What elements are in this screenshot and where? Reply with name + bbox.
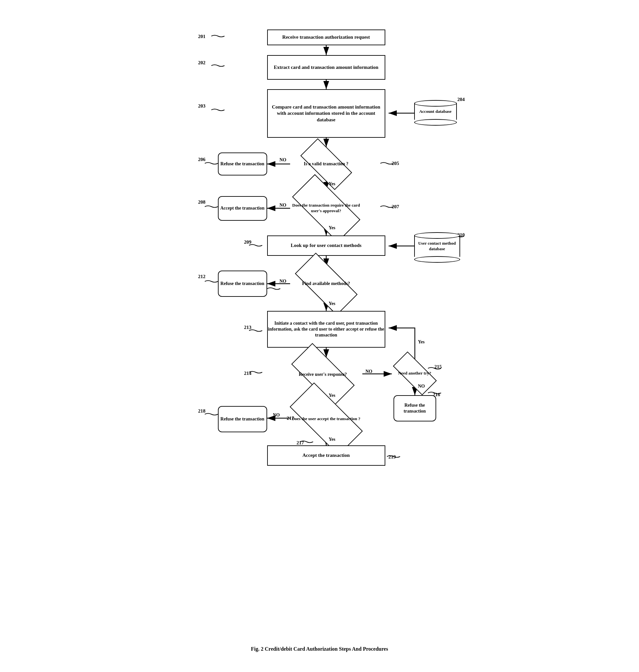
box-206: Refuse the transaction bbox=[218, 153, 267, 175]
yes-label-218: Yes bbox=[329, 437, 336, 442]
no-label-207: NO bbox=[280, 203, 286, 208]
yes-label-214: Yes bbox=[329, 393, 336, 398]
label-204: 204 bbox=[457, 97, 465, 102]
box-218: Refuse the transaction bbox=[218, 406, 267, 432]
diamond-214: Receive user's response? bbox=[280, 357, 365, 392]
figure-caption: Fig. 2 Credit/debit Card Authorization S… bbox=[178, 646, 461, 652]
label-205: 205 bbox=[392, 161, 400, 166]
no-label-218: NO bbox=[273, 413, 280, 418]
cyl-top-204 bbox=[414, 100, 457, 107]
diamond-207: Does the transaction require the card us… bbox=[280, 190, 372, 226]
diagram-container: 201 Receive transaction authorization re… bbox=[172, 6, 467, 672]
box-219: Accept the transaction bbox=[267, 445, 385, 466]
no-label-215: NO bbox=[418, 384, 425, 389]
diamond-205: Is a valid transaction ? bbox=[290, 147, 362, 181]
label-207: 207 bbox=[392, 204, 400, 210]
diamond-211: Find available methods? bbox=[283, 267, 369, 301]
box-201: Receive transaction authorization reques… bbox=[267, 30, 385, 45]
label-209: 209 bbox=[244, 239, 252, 245]
box-202: Extract card and transaction amount info… bbox=[267, 55, 385, 80]
diamond-215: Need another try? bbox=[385, 358, 445, 388]
label-206: 206 bbox=[198, 157, 206, 162]
cyl-bottom-210 bbox=[414, 256, 460, 263]
label-202: 202 bbox=[198, 60, 206, 66]
cylinder-204: Account database bbox=[414, 100, 457, 126]
label-217: 217 bbox=[297, 440, 304, 446]
yes-label-207: Yes bbox=[329, 225, 336, 230]
label-218: 218 bbox=[198, 408, 206, 414]
no-label-214: NO bbox=[365, 369, 373, 374]
label-213: 213 bbox=[244, 325, 252, 330]
box-209: Look up for user contact methods bbox=[267, 236, 385, 256]
cyl-top-210 bbox=[414, 232, 460, 239]
yes-label-215: Yes bbox=[418, 339, 425, 345]
label-203: 203 bbox=[198, 103, 206, 109]
label-212: 212 bbox=[198, 274, 206, 279]
yes-label-205: Yes bbox=[329, 181, 336, 187]
diamond-218: Does the user accept the transaction ? bbox=[277, 402, 375, 436]
box-216: Refuse the transaction bbox=[393, 395, 436, 421]
label-208: 208 bbox=[198, 199, 206, 205]
box-213: Initiate a contact with the card user, p… bbox=[267, 311, 385, 348]
box-208: Accept the transaction bbox=[218, 196, 267, 221]
box-212: Refuse the transaction bbox=[218, 271, 267, 297]
cyl-bottom-204 bbox=[414, 119, 457, 126]
label-201: 201 bbox=[198, 34, 206, 39]
flowchart: 201 Receive transaction authorization re… bbox=[178, 16, 461, 640]
label-219: 219 bbox=[389, 454, 396, 460]
label-214: 214 bbox=[244, 371, 252, 376]
yes-label-211: Yes bbox=[329, 301, 336, 306]
no-label-205: NO bbox=[280, 157, 286, 163]
cylinder-210: User contact method database bbox=[414, 232, 460, 263]
no-label-211: NO bbox=[280, 279, 286, 284]
box-203: Compare card and transaction amount info… bbox=[267, 89, 385, 138]
